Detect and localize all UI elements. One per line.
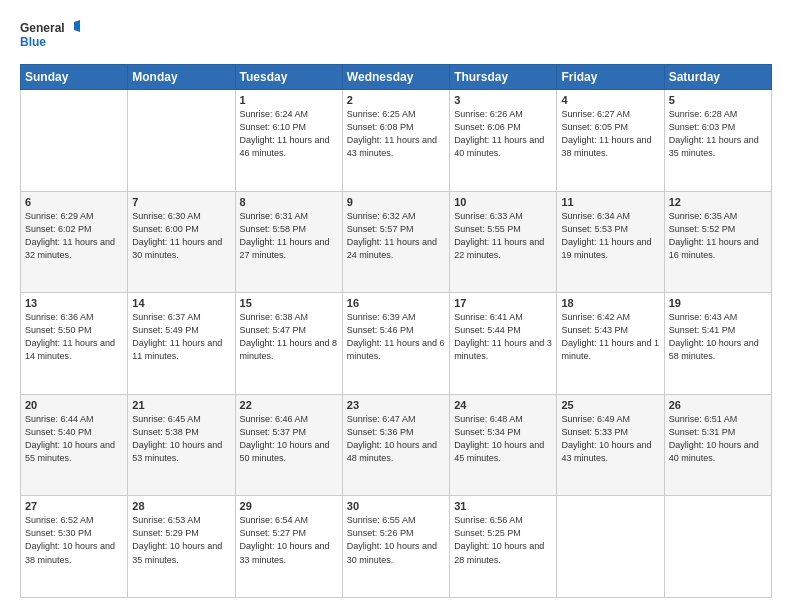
day-number: 24 xyxy=(454,399,552,411)
day-info: Sunrise: 6:44 AMSunset: 5:40 PMDaylight:… xyxy=(25,413,123,465)
week-row-4: 20Sunrise: 6:44 AMSunset: 5:40 PMDayligh… xyxy=(21,394,772,496)
day-info: Sunrise: 6:33 AMSunset: 5:55 PMDaylight:… xyxy=(454,210,552,262)
day-info: Sunrise: 6:53 AMSunset: 5:29 PMDaylight:… xyxy=(132,514,230,566)
day-cell: 31Sunrise: 6:56 AMSunset: 5:25 PMDayligh… xyxy=(450,496,557,598)
day-cell: 10Sunrise: 6:33 AMSunset: 5:55 PMDayligh… xyxy=(450,191,557,293)
weekday-thursday: Thursday xyxy=(450,65,557,90)
day-cell: 28Sunrise: 6:53 AMSunset: 5:29 PMDayligh… xyxy=(128,496,235,598)
day-number: 22 xyxy=(240,399,338,411)
week-row-5: 27Sunrise: 6:52 AMSunset: 5:30 PMDayligh… xyxy=(21,496,772,598)
svg-text:General: General xyxy=(20,21,65,35)
weekday-header-row: SundayMondayTuesdayWednesdayThursdayFrid… xyxy=(21,65,772,90)
day-number: 20 xyxy=(25,399,123,411)
svg-marker-2 xyxy=(74,20,80,32)
day-number: 23 xyxy=(347,399,445,411)
day-info: Sunrise: 6:47 AMSunset: 5:36 PMDaylight:… xyxy=(347,413,445,465)
day-cell: 14Sunrise: 6:37 AMSunset: 5:49 PMDayligh… xyxy=(128,293,235,395)
header: General Blue xyxy=(20,18,772,54)
day-number: 2 xyxy=(347,94,445,106)
day-cell xyxy=(557,496,664,598)
day-cell: 1Sunrise: 6:24 AMSunset: 6:10 PMDaylight… xyxy=(235,90,342,192)
day-number: 27 xyxy=(25,500,123,512)
weekday-friday: Friday xyxy=(557,65,664,90)
weekday-wednesday: Wednesday xyxy=(342,65,449,90)
logo: General Blue xyxy=(20,18,80,54)
day-number: 21 xyxy=(132,399,230,411)
day-cell: 9Sunrise: 6:32 AMSunset: 5:57 PMDaylight… xyxy=(342,191,449,293)
day-info: Sunrise: 6:34 AMSunset: 5:53 PMDaylight:… xyxy=(561,210,659,262)
day-info: Sunrise: 6:43 AMSunset: 5:41 PMDaylight:… xyxy=(669,311,767,363)
day-info: Sunrise: 6:51 AMSunset: 5:31 PMDaylight:… xyxy=(669,413,767,465)
weekday-tuesday: Tuesday xyxy=(235,65,342,90)
day-info: Sunrise: 6:37 AMSunset: 5:49 PMDaylight:… xyxy=(132,311,230,363)
day-info: Sunrise: 6:48 AMSunset: 5:34 PMDaylight:… xyxy=(454,413,552,465)
week-row-3: 13Sunrise: 6:36 AMSunset: 5:50 PMDayligh… xyxy=(21,293,772,395)
day-cell: 8Sunrise: 6:31 AMSunset: 5:58 PMDaylight… xyxy=(235,191,342,293)
day-info: Sunrise: 6:31 AMSunset: 5:58 PMDaylight:… xyxy=(240,210,338,262)
day-cell: 2Sunrise: 6:25 AMSunset: 6:08 PMDaylight… xyxy=(342,90,449,192)
day-cell: 22Sunrise: 6:46 AMSunset: 5:37 PMDayligh… xyxy=(235,394,342,496)
day-cell: 23Sunrise: 6:47 AMSunset: 5:36 PMDayligh… xyxy=(342,394,449,496)
day-number: 4 xyxy=(561,94,659,106)
day-number: 18 xyxy=(561,297,659,309)
day-info: Sunrise: 6:30 AMSunset: 6:00 PMDaylight:… xyxy=(132,210,230,262)
day-info: Sunrise: 6:35 AMSunset: 5:52 PMDaylight:… xyxy=(669,210,767,262)
day-cell: 15Sunrise: 6:38 AMSunset: 5:47 PMDayligh… xyxy=(235,293,342,395)
day-info: Sunrise: 6:25 AMSunset: 6:08 PMDaylight:… xyxy=(347,108,445,160)
week-row-2: 6Sunrise: 6:29 AMSunset: 6:02 PMDaylight… xyxy=(21,191,772,293)
week-row-1: 1Sunrise: 6:24 AMSunset: 6:10 PMDaylight… xyxy=(21,90,772,192)
day-cell xyxy=(128,90,235,192)
day-cell: 12Sunrise: 6:35 AMSunset: 5:52 PMDayligh… xyxy=(664,191,771,293)
day-info: Sunrise: 6:36 AMSunset: 5:50 PMDaylight:… xyxy=(25,311,123,363)
day-number: 26 xyxy=(669,399,767,411)
day-info: Sunrise: 6:49 AMSunset: 5:33 PMDaylight:… xyxy=(561,413,659,465)
day-number: 8 xyxy=(240,196,338,208)
day-cell: 11Sunrise: 6:34 AMSunset: 5:53 PMDayligh… xyxy=(557,191,664,293)
day-cell: 5Sunrise: 6:28 AMSunset: 6:03 PMDaylight… xyxy=(664,90,771,192)
day-number: 28 xyxy=(132,500,230,512)
day-info: Sunrise: 6:52 AMSunset: 5:30 PMDaylight:… xyxy=(25,514,123,566)
day-number: 17 xyxy=(454,297,552,309)
day-info: Sunrise: 6:38 AMSunset: 5:47 PMDaylight:… xyxy=(240,311,338,363)
day-number: 7 xyxy=(132,196,230,208)
day-number: 13 xyxy=(25,297,123,309)
day-number: 1 xyxy=(240,94,338,106)
day-number: 25 xyxy=(561,399,659,411)
day-number: 15 xyxy=(240,297,338,309)
day-number: 12 xyxy=(669,196,767,208)
day-info: Sunrise: 6:32 AMSunset: 5:57 PMDaylight:… xyxy=(347,210,445,262)
day-cell: 26Sunrise: 6:51 AMSunset: 5:31 PMDayligh… xyxy=(664,394,771,496)
day-info: Sunrise: 6:26 AMSunset: 6:06 PMDaylight:… xyxy=(454,108,552,160)
day-cell: 29Sunrise: 6:54 AMSunset: 5:27 PMDayligh… xyxy=(235,496,342,598)
day-number: 30 xyxy=(347,500,445,512)
day-number: 10 xyxy=(454,196,552,208)
day-number: 14 xyxy=(132,297,230,309)
day-number: 6 xyxy=(25,196,123,208)
svg-text:Blue: Blue xyxy=(20,35,46,49)
day-number: 9 xyxy=(347,196,445,208)
day-cell xyxy=(21,90,128,192)
day-cell: 17Sunrise: 6:41 AMSunset: 5:44 PMDayligh… xyxy=(450,293,557,395)
day-info: Sunrise: 6:24 AMSunset: 6:10 PMDaylight:… xyxy=(240,108,338,160)
day-number: 16 xyxy=(347,297,445,309)
day-cell: 27Sunrise: 6:52 AMSunset: 5:30 PMDayligh… xyxy=(21,496,128,598)
day-info: Sunrise: 6:46 AMSunset: 5:37 PMDaylight:… xyxy=(240,413,338,465)
day-cell: 25Sunrise: 6:49 AMSunset: 5:33 PMDayligh… xyxy=(557,394,664,496)
day-info: Sunrise: 6:56 AMSunset: 5:25 PMDaylight:… xyxy=(454,514,552,566)
day-info: Sunrise: 6:39 AMSunset: 5:46 PMDaylight:… xyxy=(347,311,445,363)
page: General Blue SundayMondayTuesdayWednesda… xyxy=(0,0,792,612)
day-info: Sunrise: 6:55 AMSunset: 5:26 PMDaylight:… xyxy=(347,514,445,566)
day-cell: 18Sunrise: 6:42 AMSunset: 5:43 PMDayligh… xyxy=(557,293,664,395)
day-cell xyxy=(664,496,771,598)
logo-svg: General Blue xyxy=(20,18,80,54)
day-info: Sunrise: 6:41 AMSunset: 5:44 PMDaylight:… xyxy=(454,311,552,363)
day-number: 31 xyxy=(454,500,552,512)
day-number: 3 xyxy=(454,94,552,106)
day-cell: 21Sunrise: 6:45 AMSunset: 5:38 PMDayligh… xyxy=(128,394,235,496)
day-cell: 7Sunrise: 6:30 AMSunset: 6:00 PMDaylight… xyxy=(128,191,235,293)
day-info: Sunrise: 6:42 AMSunset: 5:43 PMDaylight:… xyxy=(561,311,659,363)
day-cell: 3Sunrise: 6:26 AMSunset: 6:06 PMDaylight… xyxy=(450,90,557,192)
day-cell: 19Sunrise: 6:43 AMSunset: 5:41 PMDayligh… xyxy=(664,293,771,395)
day-info: Sunrise: 6:54 AMSunset: 5:27 PMDaylight:… xyxy=(240,514,338,566)
day-cell: 20Sunrise: 6:44 AMSunset: 5:40 PMDayligh… xyxy=(21,394,128,496)
